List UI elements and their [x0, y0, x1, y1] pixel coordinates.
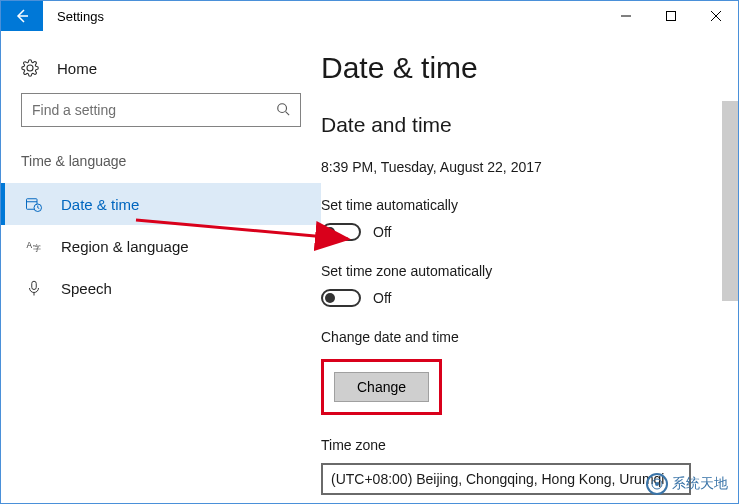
maximize-button[interactable] [648, 1, 693, 31]
microphone-icon [25, 279, 43, 297]
back-arrow-icon [14, 8, 30, 24]
page-title: Date & time [321, 51, 700, 85]
content-pane: Date & time Date and time 8:39 PM, Tuesd… [321, 31, 738, 503]
search-box[interactable] [21, 93, 301, 127]
auto-tz-state: Off [373, 290, 391, 306]
home-label: Home [57, 60, 97, 77]
svg-rect-2 [666, 12, 675, 21]
sidebar-item-date-time[interactable]: Date & time [1, 183, 321, 225]
svg-point-5 [278, 103, 287, 112]
settings-window: Settings Home [0, 0, 739, 504]
minimize-icon [621, 11, 631, 21]
timezone-label: Time zone [321, 437, 700, 453]
auto-tz-toggle[interactable] [321, 289, 361, 307]
window-controls [603, 1, 738, 31]
sidebar-item-label: Speech [61, 280, 112, 297]
maximize-icon [666, 11, 676, 21]
titlebar: Settings [1, 1, 738, 31]
highlight-box: Change [321, 359, 442, 415]
watermark-text: 系统天地 [672, 475, 728, 493]
search-icon [276, 102, 290, 119]
scrollbar-thumb[interactable] [722, 101, 738, 301]
close-button[interactable] [693, 1, 738, 31]
search-input[interactable] [32, 102, 276, 118]
svg-line-6 [286, 111, 290, 115]
auto-time-label: Set time automatically [321, 197, 700, 213]
toggle-knob [325, 227, 335, 237]
sidebar-item-region-language[interactable]: A字 Region & language [1, 225, 321, 267]
auto-time-state: Off [373, 224, 391, 240]
home-link[interactable]: Home [1, 53, 321, 93]
sidebar-item-label: Region & language [61, 238, 189, 255]
sidebar-item-label: Date & time [61, 196, 139, 213]
auto-time-toggle[interactable] [321, 223, 361, 241]
section-title: Date and time [321, 113, 700, 137]
auto-tz-label: Set time zone automatically [321, 263, 700, 279]
timezone-select[interactable]: (UTC+08:00) Beijing, Chongqing, Hong Kon… [321, 463, 691, 495]
change-button[interactable]: Change [334, 372, 429, 402]
back-button[interactable] [1, 1, 43, 31]
toggle-knob [325, 293, 335, 303]
svg-text:A: A [27, 241, 33, 250]
minimize-button[interactable] [603, 1, 648, 31]
category-label: Time & language [1, 153, 321, 183]
watermark: 系统天地 [646, 473, 728, 495]
gear-icon [21, 59, 39, 77]
body: Home Time & language Date & time A字 R [1, 31, 738, 503]
window-title: Settings [43, 1, 603, 31]
date-time-icon [25, 195, 43, 213]
change-datetime-label: Change date and time [321, 329, 700, 345]
svg-point-18 [655, 482, 659, 486]
language-icon: A字 [25, 237, 43, 255]
current-datetime: 8:39 PM, Tuesday, August 22, 2017 [321, 159, 700, 175]
sidebar-item-speech[interactable]: Speech [1, 267, 321, 309]
watermark-icon [646, 473, 668, 495]
close-icon [711, 11, 721, 21]
svg-text:字: 字 [33, 244, 41, 253]
sidebar: Home Time & language Date & time A字 R [1, 31, 321, 503]
svg-line-11 [38, 208, 40, 209]
svg-rect-14 [32, 281, 37, 289]
